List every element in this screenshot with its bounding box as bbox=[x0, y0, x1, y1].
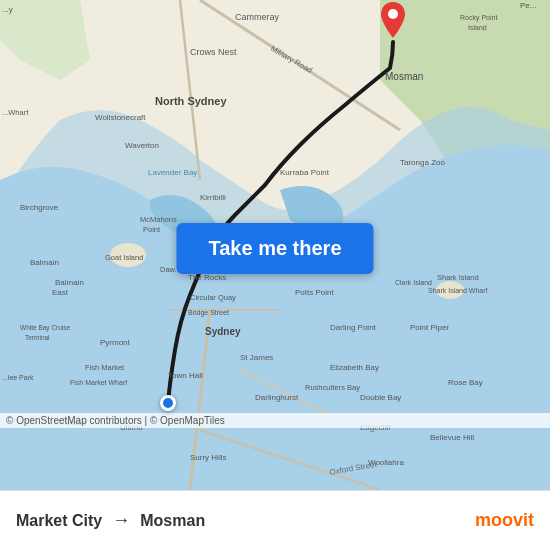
svg-text:Lavender Bay: Lavender Bay bbox=[148, 168, 197, 177]
svg-text:Clark Island: Clark Island bbox=[395, 279, 432, 286]
svg-text:Balmain: Balmain bbox=[55, 278, 84, 287]
svg-text:Elizabeth Bay: Elizabeth Bay bbox=[330, 363, 379, 372]
svg-text:The Rocks: The Rocks bbox=[188, 273, 226, 282]
svg-text:Rushcutters Bay: Rushcutters Bay bbox=[305, 383, 360, 392]
svg-text:Waverton: Waverton bbox=[125, 141, 159, 150]
svg-text:...Wharf: ...Wharf bbox=[2, 108, 29, 117]
svg-text:Shark Island: Shark Island bbox=[437, 273, 479, 282]
svg-text:Rocky Point: Rocky Point bbox=[460, 14, 497, 22]
svg-text:Cammeray: Cammeray bbox=[235, 12, 280, 22]
svg-text:Rose Bay: Rose Bay bbox=[448, 378, 483, 387]
svg-text:Wollstonecraft: Wollstonecraft bbox=[95, 113, 146, 122]
svg-text:East: East bbox=[52, 288, 69, 297]
origin-label: Market City bbox=[16, 512, 102, 530]
svg-text:Birchgrove: Birchgrove bbox=[20, 203, 59, 212]
svg-text:Circular Quay: Circular Quay bbox=[190, 293, 236, 302]
svg-text:Point: Point bbox=[143, 225, 161, 234]
moovit-logo: moovit bbox=[475, 510, 534, 531]
svg-text:Crows Nest: Crows Nest bbox=[190, 47, 237, 57]
svg-text:Darlinghurst: Darlinghurst bbox=[255, 393, 299, 402]
svg-text:Island: Island bbox=[468, 24, 487, 31]
svg-text:Point Piper: Point Piper bbox=[410, 323, 449, 332]
svg-text:White Bay Cruise: White Bay Cruise bbox=[20, 324, 71, 332]
destination-marker bbox=[379, 2, 407, 42]
svg-text:Bellevue Hill: Bellevue Hill bbox=[430, 433, 474, 442]
svg-text:Sydney: Sydney bbox=[205, 326, 241, 337]
svg-text:Kirribilli: Kirribilli bbox=[200, 193, 226, 202]
svg-text:Shark Island Wharf: Shark Island Wharf bbox=[428, 287, 488, 294]
svg-text:North Sydney: North Sydney bbox=[155, 95, 227, 107]
svg-text:McMahons: McMahons bbox=[140, 215, 177, 224]
svg-text:Darling Point: Darling Point bbox=[330, 323, 377, 332]
svg-text:Fish Market: Fish Market bbox=[85, 363, 125, 372]
svg-text:Terminal: Terminal bbox=[25, 334, 50, 341]
svg-text:Kurraba Point: Kurraba Point bbox=[280, 168, 330, 177]
svg-text:Fish Market Wharf: Fish Market Wharf bbox=[70, 379, 127, 386]
svg-text:Double Bay: Double Bay bbox=[360, 393, 401, 402]
svg-text:Balmain: Balmain bbox=[30, 258, 59, 267]
svg-text:Pyrmont: Pyrmont bbox=[100, 338, 131, 347]
map-attribution: © OpenStreetMap contributors | © OpenMap… bbox=[0, 413, 550, 428]
svg-text:Goat Island: Goat Island bbox=[105, 253, 143, 262]
map-container: North Sydney Mosman Crows Nest Cammeray … bbox=[0, 0, 550, 490]
bottom-bar: Market City → Mosman moovit bbox=[0, 490, 550, 550]
take-me-there-button[interactable]: Take me there bbox=[176, 223, 373, 274]
svg-text:Pe...: Pe... bbox=[520, 1, 536, 10]
svg-text:Surry Hills: Surry Hills bbox=[190, 453, 226, 462]
svg-text:Town Hall: Town Hall bbox=[168, 371, 203, 380]
route-arrow-icon: → bbox=[112, 510, 130, 531]
svg-text:...lee Park: ...lee Park bbox=[2, 374, 34, 381]
svg-text:...y: ...y bbox=[2, 5, 13, 14]
origin-marker bbox=[160, 395, 176, 411]
route-info: Market City → Mosman bbox=[16, 510, 205, 531]
svg-text:Mosman: Mosman bbox=[385, 71, 423, 82]
svg-text:Potts Point: Potts Point bbox=[295, 288, 334, 297]
destination-label: Mosman bbox=[140, 512, 205, 530]
svg-text:Taronga Zoo: Taronga Zoo bbox=[400, 158, 445, 167]
svg-text:Bridge Street: Bridge Street bbox=[188, 309, 229, 317]
moovit-brand-text: moovit bbox=[475, 510, 534, 531]
svg-text:St James: St James bbox=[240, 353, 273, 362]
svg-point-70 bbox=[388, 9, 398, 19]
